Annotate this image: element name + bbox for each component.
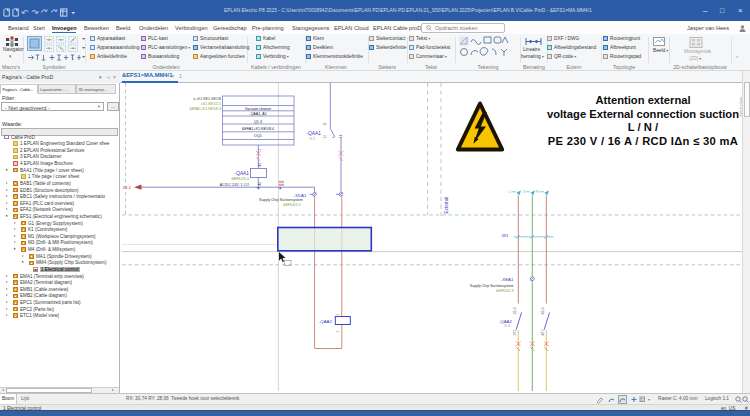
svg-text:34.4: 34.4 xyxy=(123,185,132,190)
svg-text:4/T2: 4/T2 xyxy=(541,329,545,335)
svg-text:14: 14 xyxy=(339,134,343,138)
svg-text:11: 11 xyxy=(323,122,327,125)
svg-text:PE: PE xyxy=(536,190,540,194)
svg-text:2: 2 xyxy=(336,331,340,333)
svg-text:/5.2: /5.2 xyxy=(309,137,315,141)
svg-text:Attention external: Attention external xyxy=(595,94,690,106)
svg-text:OQ1: OQ1 xyxy=(254,134,262,138)
svg-text:12: 12 xyxy=(323,135,327,139)
svg-text:L / N /: L / N / xyxy=(628,121,658,133)
svg-text:-XEA1: -XEA1 xyxy=(501,277,514,282)
svg-text:A2: A2 xyxy=(258,181,262,185)
svg-text:&EFA1+K1.KE1/8.3: &EFA1+K1.KE1/8.3 xyxy=(190,107,221,111)
svg-text:A1: A1 xyxy=(258,162,262,166)
svg-text:3/5.3: 3/5.3 xyxy=(541,307,545,314)
svg-text:PE 230 V / 16 A / RCD IΔn ≤ 30: PE 230 V / 16 A / RCD IΔn ≤ 30 mA xyxy=(548,135,739,147)
svg-text:External: External xyxy=(444,197,449,214)
svg-text:-W1: -W1 xyxy=(501,233,510,238)
svg-text:-QAA2: -QAA2 xyxy=(319,319,333,324)
svg-text:-QAA2: -QAA2 xyxy=(499,319,513,324)
svg-text:-QAA1: -QAA1 xyxy=(235,171,250,176)
svg-text:Q1.3: Q1.3 xyxy=(254,120,262,124)
svg-text:N: N xyxy=(523,190,525,194)
svg-text:2/T1: 2/T1 xyxy=(513,329,517,335)
svg-text:/5.3: /5.3 xyxy=(504,324,510,328)
svg-text:AC/DC 24V, 1 CO: AC/DC 24V, 1 CO xyxy=(220,183,250,187)
svg-text:&EFK2/5.0: &EFK2/5.0 xyxy=(231,177,249,181)
svg-text:1: 1 xyxy=(258,149,262,151)
svg-text:&EFK4/2.3: &EFK4/2.3 xyxy=(496,289,513,293)
svg-text:&EFK4/2.3: &EFK4/2.3 xyxy=(283,203,300,207)
svg-text:1/5.3: 1/5.3 xyxy=(513,307,517,314)
svg-text:-QAA1: -QAA1 xyxy=(307,131,322,136)
svg-text:-XDA1: -XDA1 xyxy=(294,193,307,198)
svg-text:voltage External connection su: voltage External connection suction xyxy=(547,108,739,120)
svg-text:Supply Chip Suctionsystem: Supply Chip Suctionsystem xyxy=(470,284,514,288)
svg-text:Supply Chip Suctionsystem: Supply Chip Suctionsystem xyxy=(259,198,303,202)
svg-text:+K1.KE1/2.5: +K1.KE1/2.5 xyxy=(201,102,221,106)
svg-text:s:+K1.KE1-KECB: s:+K1.KE1-KECB xyxy=(193,97,222,101)
svg-text:1: 1 xyxy=(336,314,340,316)
svg-text:&EFA1+K1.KE1/8.4: &EFA1+K1.KE1/8.4 xyxy=(242,127,274,131)
svg-text:Vacuum cleaner: Vacuum cleaner xyxy=(245,107,272,111)
svg-text:-QAA1_A1: -QAA1_A1 xyxy=(249,112,267,116)
